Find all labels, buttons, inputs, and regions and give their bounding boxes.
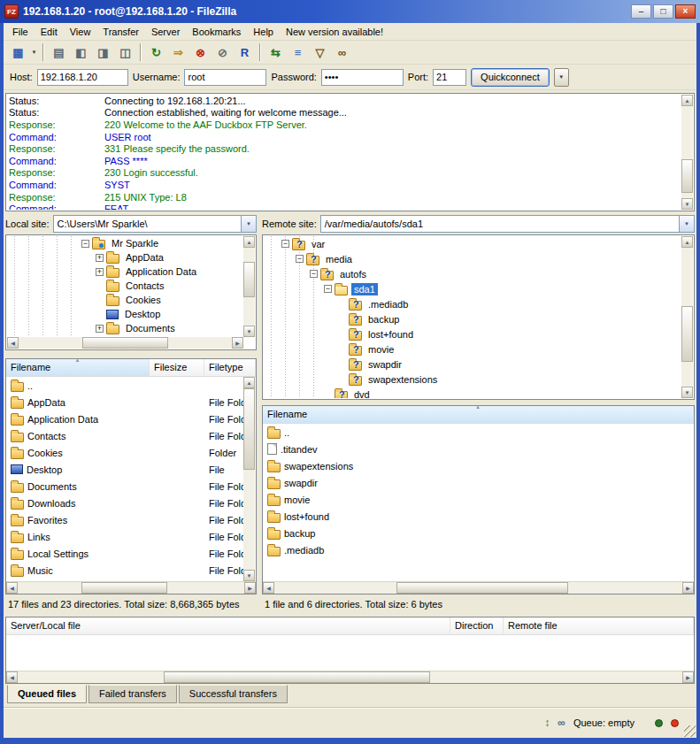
disconnect-button[interactable]: ⊘	[212, 42, 234, 63]
synchronized-browsing-button[interactable]: ⇆	[265, 42, 287, 63]
local-list-vscrollbar[interactable]: ▲▼	[243, 377, 255, 581]
maximize-button[interactable]: □	[653, 4, 673, 19]
close-button[interactable]: ×	[675, 4, 696, 19]
tree-expander-minus[interactable]: −	[281, 240, 289, 248]
minimize-button[interactable]: –	[631, 4, 651, 19]
scroll-track[interactable]	[681, 248, 693, 387]
scroll-right-button[interactable]: ▶	[244, 582, 256, 594]
scroll-up-button[interactable]: ▲	[681, 95, 693, 106]
scroll-track[interactable]	[18, 582, 244, 594]
scroll-down-button[interactable]: ▼	[681, 198, 693, 210]
title-bar[interactable]: FZ 192.168.1.20 - root@192.168.1.20 - Fi…	[0, 0, 700, 23]
column-header-direction[interactable]: Direction	[450, 617, 504, 634]
transfer-activity-icon[interactable]: ↕	[544, 717, 550, 729]
tree-item-appdata[interactable]: +AppData	[7, 250, 243, 265]
scroll-thumb[interactable]	[396, 582, 568, 594]
tree-item-backup[interactable]: backup	[264, 311, 681, 326]
scroll-thumb[interactable]	[164, 671, 429, 683]
queue-hscrollbar[interactable]: ◀▶	[6, 671, 694, 683]
scroll-left-button[interactable]: ◀	[7, 337, 19, 349]
app-icon[interactable]: FZ	[4, 4, 19, 19]
menu-item-file[interactable]: File	[6, 25, 35, 39]
toggle-queue-button[interactable]: ◫	[114, 42, 136, 63]
file-row-swapdir[interactable]: swapdir	[263, 474, 694, 491]
tab-successful-transfers[interactable]: Successful transfers	[179, 685, 288, 703]
tab-queued-files[interactable]: Queued files	[7, 685, 87, 703]
tree-item-var[interactable]: −var	[264, 236, 681, 251]
tree-expander-minus[interactable]: −	[81, 240, 89, 248]
tree-item-sda1[interactable]: −sda1	[264, 281, 681, 296]
tree-item-contacts[interactable]: Contacts	[7, 279, 243, 293]
process-queue-button[interactable]: ⇒	[167, 42, 189, 63]
filter-button[interactable]: ▽	[309, 42, 331, 63]
file-row-lost-found[interactable]: lost+found	[263, 508, 694, 525]
scroll-thumb[interactable]	[243, 262, 255, 297]
tree-item-swapextensions[interactable]: swapextensions	[264, 372, 681, 387]
site-manager-button-dropdown[interactable]: ▼	[29, 42, 39, 63]
file-row-application-data[interactable]: Application DataFile Folder	[6, 410, 244, 427]
menu-item-server[interactable]: Server	[145, 25, 186, 39]
log-vscrollbar[interactable]: ▲▼	[681, 95, 693, 210]
scroll-thumb[interactable]	[81, 582, 167, 594]
remote-site-combo[interactable]: /var/media/autofs/sda1 ▼	[320, 215, 695, 233]
scroll-track[interactable]	[19, 337, 232, 349]
scroll-down-button[interactable]: ▼	[681, 387, 693, 398]
column-header-remote-file[interactable]: Remote file	[504, 617, 694, 634]
scroll-up-button[interactable]: ▲	[243, 377, 255, 388]
directory-comparison-button[interactable]: ≡	[287, 42, 309, 63]
scroll-track[interactable]	[274, 582, 682, 594]
tab-failed-transfers[interactable]: Failed transfers	[88, 685, 177, 703]
scroll-track[interactable]	[18, 671, 682, 683]
scroll-track[interactable]	[243, 248, 255, 326]
scroll-thumb[interactable]	[681, 306, 693, 362]
speed-limits-icon[interactable]: ∞	[558, 717, 565, 729]
tree-expander-minus[interactable]: −	[296, 255, 304, 263]
file-row-backup[interactable]: backup	[263, 525, 694, 541]
scroll-right-button[interactable]: ▶	[682, 671, 694, 683]
remote-list-hscrollbar[interactable]: ◀▶	[263, 581, 694, 594]
local-file-list[interactable]: Filename▲FilesizeFiletype ..AppDataFile …	[5, 358, 257, 594]
reconnect-button[interactable]: R	[234, 42, 256, 63]
local-list-hscrollbar[interactable]: ◀▶	[6, 581, 256, 594]
toggle-local-tree-button[interactable]: ◧	[70, 42, 92, 63]
tree-item-application-data[interactable]: +Application Data	[7, 265, 243, 279]
file-row-downloads[interactable]: DownloadsFile Folder	[6, 495, 244, 511]
username-input[interactable]	[184, 69, 266, 86]
port-input[interactable]	[433, 69, 466, 86]
local-tree-vscrollbar[interactable]: ▲▼	[243, 236, 255, 337]
scroll-down-button[interactable]: ▼	[243, 326, 255, 337]
resize-grip[interactable]	[684, 725, 696, 737]
tree-item-lost-found[interactable]: lost+found	[264, 326, 681, 341]
remote-tree-vscrollbar[interactable]: ▲▼	[681, 236, 693, 398]
tree-item-mediadb[interactable]: .mediadb	[264, 296, 681, 311]
file-row-documents[interactable]: DocumentsFile Folder	[6, 478, 244, 495]
file-row-contacts[interactable]: ContactsFile Folder	[6, 427, 244, 444]
remote-directory-tree[interactable]: −var−media−autofs−sda1.mediadbbackuplost…	[262, 234, 695, 400]
tree-item-dvd[interactable]: dvd	[264, 387, 681, 398]
cancel-button[interactable]: ⊗	[189, 42, 212, 63]
tree-expander-minus[interactable]: −	[324, 285, 332, 293]
tree-item-documents[interactable]: +Documents	[7, 321, 243, 335]
tree-item-autofs[interactable]: −autofs	[264, 266, 681, 281]
menu-item-help[interactable]: Help	[247, 25, 280, 39]
tree-item-desktop[interactable]: Desktop	[7, 307, 243, 321]
file-row-item[interactable]: ..	[263, 424, 694, 441]
scroll-left-button[interactable]: ◀	[263, 582, 274, 594]
local-site-dropdown-icon[interactable]: ▼	[241, 216, 256, 232]
local-directory-tree[interactable]: −Mr Sparkle+AppData+Application DataCont…	[5, 234, 257, 350]
scroll-thumb[interactable]	[243, 388, 255, 470]
file-row-cookies[interactable]: CookiesFolder	[6, 444, 244, 461]
menu-item-new-version-available[interactable]: New version available!	[280, 25, 389, 39]
refresh-button[interactable]: ↻	[145, 42, 167, 63]
tree-expander-minus[interactable]: −	[310, 270, 318, 278]
scroll-up-button[interactable]: ▲	[243, 236, 255, 248]
tree-item-mr-sparkle[interactable]: −Mr Sparkle	[7, 236, 243, 250]
file-row-mediadb[interactable]: .mediadb	[263, 541, 694, 558]
tree-item-swapdir[interactable]: swapdir	[264, 357, 681, 372]
scroll-thumb[interactable]	[82, 337, 167, 349]
tree-expander-plus[interactable]: +	[96, 268, 104, 276]
toggle-message-log-button[interactable]: ▤	[48, 42, 70, 63]
message-log[interactable]: Status:Connecting to 192.168.1.20:21...S…	[5, 93, 695, 211]
menu-item-bookmarks[interactable]: Bookmarks	[186, 25, 247, 39]
host-input[interactable]	[37, 69, 128, 86]
